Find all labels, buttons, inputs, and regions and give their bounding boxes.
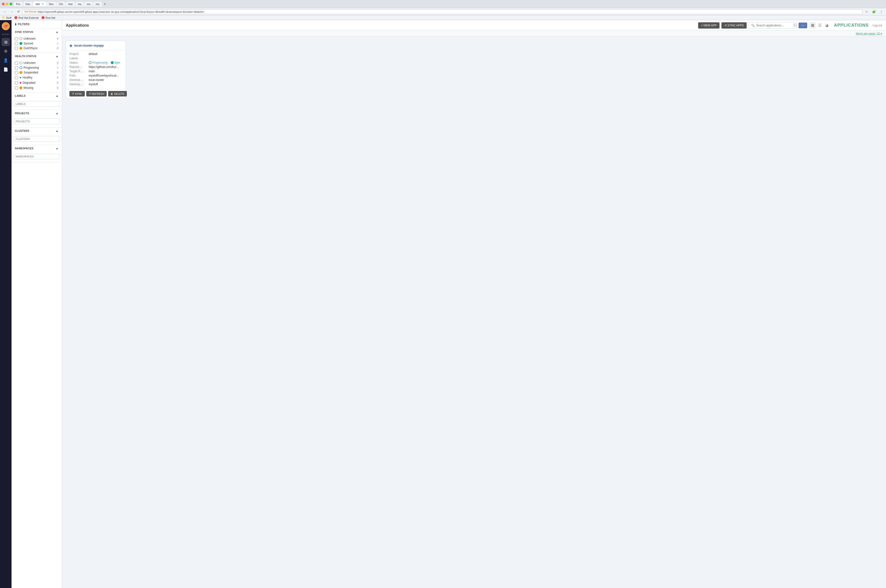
browser-tab[interactable]: Inst xyxy=(66,2,75,6)
browser-tab[interactable]: Chi xyxy=(57,2,66,6)
app-section-title: Applications xyxy=(66,23,696,28)
extensions-button[interactable]: 🧩 xyxy=(871,9,877,14)
user-avatar[interactable]: 🐙 xyxy=(2,22,10,30)
app-card-body: Project: default Labels: Status: Progres… xyxy=(66,50,126,89)
filter-health-healthy-label: ♥ Healthy xyxy=(20,76,53,80)
browser-tab[interactable]: mu xyxy=(93,2,102,6)
refresh-btn-icon: ↺ xyxy=(89,92,91,95)
filter-sync-outofsync-count: 0 xyxy=(54,47,59,50)
top-bar: Applications + NEW APP ↺ SYNC APPS 🔍 / —… xyxy=(62,20,886,31)
app-card-row-target: Target R...: main xyxy=(69,70,122,73)
labels-header[interactable]: LABELS ▲ xyxy=(12,92,62,99)
filter-sync-outofsync[interactable]: OutOfSync 0 xyxy=(14,46,60,51)
close-window-btn[interactable] xyxy=(2,3,5,5)
app-refresh-button[interactable]: ↺ REFRESH xyxy=(86,91,107,96)
browser-tabs: Pro Das app ✕ Rec Chi Inst mu mu mu + xyxy=(14,2,884,6)
filter-health-healthy-checkbox[interactable] xyxy=(15,76,18,79)
filter-health-degraded[interactable]: ♥ Degraded 0 xyxy=(14,80,60,86)
nav-home-icon[interactable]: ⊞ xyxy=(2,38,10,46)
filter-sync-unknown-checkbox[interactable] xyxy=(15,37,18,40)
bookmarks-bar: 📁 Stuff 🔴 Red Hat External 🔴 Red Hat xyxy=(0,15,886,20)
app-status-progressing: Progressing xyxy=(89,61,108,64)
browser-tab[interactable]: mu xyxy=(84,2,93,6)
namespaces-header[interactable]: NAMESPACES ▲ xyxy=(12,145,62,152)
bookmark-stuff[interactable]: 📁 Stuff xyxy=(2,16,11,19)
bookmark-button[interactable]: ☆ xyxy=(864,9,869,14)
nav-document-icon[interactable]: 📄 xyxy=(2,65,10,74)
app-card-title[interactable]: local-cluster-myapp xyxy=(74,44,104,47)
projects-header[interactable]: PROJECTS ▲ xyxy=(12,110,62,117)
filter-health-healthy[interactable]: ♥ Healthy 0 xyxy=(14,75,60,80)
filter-health-progressing-checkbox[interactable] xyxy=(15,66,18,69)
app-card-row-path: Path: mystuff/overlays/local-cluster xyxy=(69,74,122,77)
nav-settings-icon[interactable]: ⚙ xyxy=(2,47,10,55)
chart-view-button[interactable]: ◕ xyxy=(824,22,830,28)
forward-button[interactable]: → xyxy=(9,9,14,14)
address-bar[interactable]: Not Secure https://openshift-gitops-serv… xyxy=(23,9,863,14)
sync-apps-button[interactable]: ↺ SYNC APPS xyxy=(721,22,747,28)
grid-view-button[interactable]: ⊞ xyxy=(809,22,815,28)
health-status-header[interactable]: HEALTH STATUS ▲ xyxy=(12,53,62,60)
maximize-window-btn[interactable] xyxy=(10,3,12,5)
browser-tab[interactable]: Pro xyxy=(14,2,23,6)
labels-input[interactable] xyxy=(14,101,60,107)
app-card-local-cluster-myapp[interactable]: ◆ local-cluster-myapp Project: default L… xyxy=(66,40,126,99)
filter-health-progressing-count: 1 xyxy=(54,66,59,69)
filter-sync-synced-label: Synced xyxy=(20,42,53,45)
bookmark-red-hat-external[interactable]: 🔴 Red Hat External xyxy=(14,16,38,19)
app-card-labels-key: Labels: xyxy=(69,57,89,60)
browser-chrome: Pro Das app ✕ Rec Chi Inst mu mu mu + xyxy=(0,0,886,8)
filter-sync-outofsync-checkbox[interactable] xyxy=(15,47,18,50)
content-area: ◆ local-cluster-myapp Project: default L… xyxy=(62,37,886,588)
sync-status-header[interactable]: SYNC STATUS ▲ xyxy=(12,28,62,35)
main-content: Applications + NEW APP ↺ SYNC APPS 🔍 / —… xyxy=(62,20,886,588)
reload-button[interactable]: ↺ xyxy=(16,9,21,14)
suspended-icon xyxy=(20,71,23,74)
filter-health-suspended-checkbox[interactable] xyxy=(15,71,18,74)
filter-sync-synced-count: 1 xyxy=(54,42,59,45)
clusters-collapse-icon: ▲ xyxy=(56,129,59,132)
back-button[interactable]: ← xyxy=(2,9,8,14)
projects-input[interactable] xyxy=(14,118,60,124)
app-container: 🐙 v2.2.8+l ⊞ ⚙ 👤 📄 ⧫ FILTERS SYNC STATUS… xyxy=(0,20,886,588)
filter-health-degraded-checkbox[interactable] xyxy=(15,81,18,84)
new-tab-button[interactable]: + xyxy=(102,2,107,6)
sync-status-title: SYNC STATUS xyxy=(15,30,33,33)
unknown-status-icon xyxy=(20,37,23,40)
minimize-window-btn[interactable] xyxy=(6,3,8,5)
bookmark-red-hat[interactable]: 🔴 Red Hat xyxy=(41,16,55,19)
filter-sidebar: ⧫ FILTERS SYNC STATUS ▲ Unknown 0 xyxy=(12,20,62,588)
new-app-button[interactable]: + NEW APP xyxy=(698,22,719,28)
logout-button[interactable]: Log out xyxy=(872,24,882,27)
filter-health-unknown-checkbox[interactable] xyxy=(15,62,18,64)
filter-health-missing[interactable]: Missing 0 xyxy=(14,86,60,90)
browser-tab[interactable]: mu xyxy=(75,2,84,6)
list-view-button[interactable]: ☰ xyxy=(817,22,823,28)
clusters-header[interactable]: CLUSTERS ▲ xyxy=(12,128,62,134)
filter-health-suspended[interactable]: Suspended 0 xyxy=(14,70,60,75)
filter-toggle-button[interactable]: — xyxy=(799,22,807,28)
menu-button[interactable]: ⋮ xyxy=(878,9,884,14)
namespaces-input[interactable] xyxy=(14,154,60,159)
app-card-row-repo: Reposit...: https://github.com/burrsutte… xyxy=(69,65,122,69)
items-per-page[interactable]: Items per page: 10 ▾ xyxy=(856,32,882,35)
view-toggle: ⊞ ☰ ◕ xyxy=(809,22,830,28)
nav-user-icon[interactable]: 👤 xyxy=(2,56,10,64)
filter-health-missing-checkbox[interactable] xyxy=(15,86,18,90)
filter-sync-synced-checkbox[interactable] xyxy=(15,42,18,45)
app-delete-button[interactable]: 🗑 DELETE xyxy=(108,91,127,96)
clusters-input[interactable] xyxy=(14,136,60,142)
search-input[interactable] xyxy=(756,24,792,27)
app-status-synced: Synced xyxy=(111,61,120,64)
missing-icon xyxy=(20,86,23,89)
filter-health-progressing[interactable]: Progressing 1 xyxy=(14,65,60,70)
filter-health-suspended-label: Suspended xyxy=(20,71,53,74)
app-sync-button[interactable]: ↺ SYNC xyxy=(69,91,85,96)
filter-health-unknown[interactable]: Unknown 0 xyxy=(14,60,60,65)
filter-sync-unknown[interactable]: Unknown 0 xyxy=(14,36,60,41)
browser-tab[interactable]: Das xyxy=(23,2,33,6)
clusters-title: CLUSTERS xyxy=(15,129,29,132)
browser-tab-active[interactable]: app ✕ xyxy=(33,2,46,6)
browser-tab[interactable]: Rec xyxy=(47,2,56,6)
filter-sync-synced[interactable]: Synced 1 xyxy=(14,41,60,46)
